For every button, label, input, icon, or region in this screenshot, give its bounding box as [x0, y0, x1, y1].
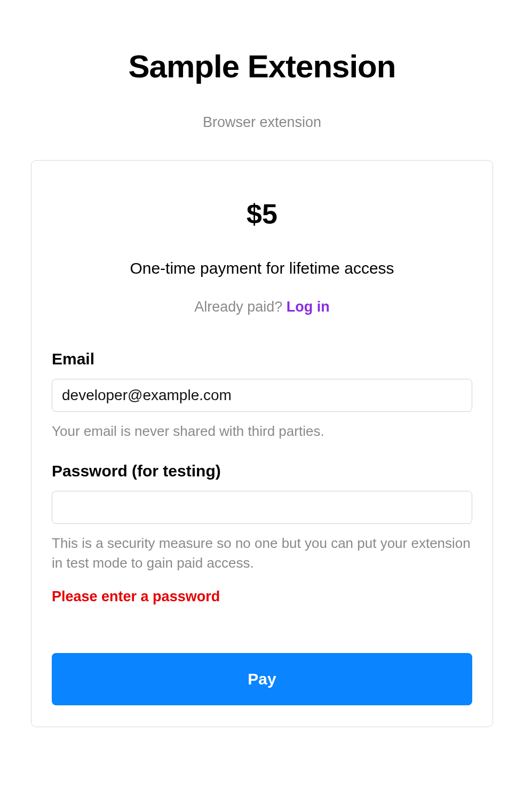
password-input[interactable]	[52, 491, 472, 524]
price: $5	[52, 198, 472, 230]
pay-button[interactable]: Pay	[52, 653, 472, 705]
password-group: Password (for testing) This is a securit…	[52, 462, 472, 605]
email-group: Email Your email is never shared with th…	[52, 350, 472, 441]
password-help: This is a security measure so no one but…	[52, 534, 472, 572]
login-link[interactable]: Log in	[287, 299, 330, 315]
already-paid-prefix: Already paid?	[194, 299, 287, 315]
page-subtitle: Browser extension	[31, 114, 493, 131]
email-input[interactable]	[52, 379, 472, 412]
payment-card: $5 One-time payment for lifetime access …	[31, 160, 493, 727]
password-label: Password (for testing)	[52, 462, 472, 480]
password-error: Please enter a password	[52, 588, 472, 605]
already-paid-text: Already paid? Log in	[52, 299, 472, 315]
email-help: Your email is never shared with third pa…	[52, 421, 472, 441]
page-title: Sample Extension	[31, 48, 493, 85]
price-description: One-time payment for lifetime access	[52, 259, 472, 277]
email-label: Email	[52, 350, 472, 368]
